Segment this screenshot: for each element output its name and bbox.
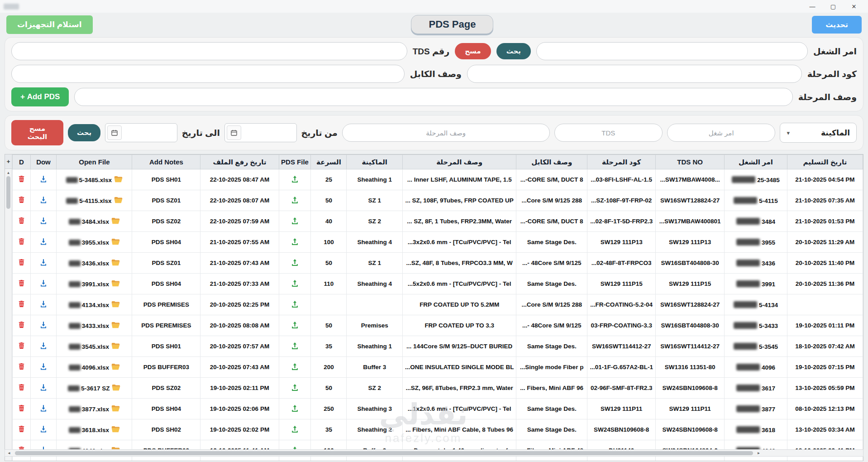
tds-no-cell: SW16SBT404808-30 bbox=[656, 253, 725, 274]
delete-button[interactable] bbox=[18, 237, 25, 245]
add-row-corner-button[interactable]: + bbox=[5, 154, 12, 169]
download-button[interactable] bbox=[39, 342, 48, 350]
delete-button[interactable] bbox=[18, 404, 25, 412]
open-file-cell[interactable]: 3545.xlsx bbox=[57, 336, 132, 357]
receive-equipment-button[interactable]: استلام التجهيزات bbox=[6, 15, 93, 34]
folder-icon[interactable] bbox=[112, 384, 120, 391]
filter-search-button[interactable]: بحث bbox=[68, 124, 100, 141]
upload-pds-file-button[interactable] bbox=[291, 321, 299, 329]
upload-pds-file-button[interactable] bbox=[291, 237, 299, 246]
upload-pds-file-button[interactable] bbox=[291, 342, 299, 350]
filter-stage-desc-input[interactable] bbox=[342, 124, 550, 142]
cable-desc-input[interactable] bbox=[11, 65, 405, 83]
upload-pds-file-button[interactable] bbox=[291, 362, 299, 371]
upload-pds-file-button[interactable] bbox=[291, 404, 299, 413]
download-button[interactable] bbox=[39, 196, 48, 204]
folder-icon[interactable] bbox=[114, 197, 123, 204]
horizontal-scroll-thumb[interactable] bbox=[15, 451, 753, 455]
machine-dropdown[interactable]: الماكينة ▾ bbox=[780, 123, 857, 143]
to-date-field[interactable] bbox=[105, 123, 177, 142]
calendar-icon[interactable] bbox=[227, 125, 241, 140]
from-date-field[interactable] bbox=[224, 123, 297, 142]
delete-button[interactable] bbox=[18, 362, 25, 371]
form-search-button[interactable]: بحث bbox=[496, 43, 531, 59]
open-file-cell[interactable]: 4096.xlsx bbox=[57, 357, 132, 378]
download-button[interactable] bbox=[39, 425, 48, 433]
open-file-cell[interactable]: 3436.xlsx bbox=[57, 253, 132, 274]
folder-icon[interactable] bbox=[111, 405, 120, 412]
maximize-button[interactable]: ▢ bbox=[823, 1, 844, 12]
open-file-cell[interactable]: 4134.xlsx bbox=[57, 294, 132, 315]
notes-cell: PDS SZ02 bbox=[132, 211, 200, 232]
delete-button[interactable] bbox=[18, 196, 25, 204]
open-file-cell[interactable]: 3877.xlsx bbox=[57, 399, 132, 419]
scroll-left-arrow-icon[interactable]: ◄ bbox=[5, 451, 13, 455]
tds-number-input[interactable] bbox=[11, 42, 407, 60]
upload-pds-file-button[interactable] bbox=[291, 258, 299, 267]
download-button[interactable] bbox=[39, 321, 48, 329]
scroll-up-arrow-icon[interactable]: ▲ bbox=[7, 169, 10, 176]
open-file-cell[interactable]: 3433.xlsx bbox=[57, 315, 132, 336]
open-file-cell[interactable]: 5-4115.xlsx bbox=[57, 190, 132, 211]
folder-icon[interactable] bbox=[111, 301, 120, 308]
folder-icon[interactable] bbox=[111, 280, 120, 287]
folder-icon[interactable] bbox=[111, 259, 120, 266]
open-file-cell[interactable]: 3955.xlsx bbox=[57, 232, 132, 253]
download-button[interactable] bbox=[39, 362, 48, 371]
delete-button[interactable] bbox=[18, 175, 25, 183]
delete-button[interactable] bbox=[18, 300, 25, 308]
open-file-cell[interactable]: 3618.xlsx bbox=[57, 419, 132, 440]
vertical-scroll-thumb[interactable] bbox=[6, 176, 10, 209]
scroll-right-arrow-icon[interactable]: ► bbox=[755, 451, 763, 455]
upload-pds-file-button[interactable] bbox=[291, 175, 299, 183]
open-file-cell[interactable]: 3484.xlsx bbox=[57, 211, 132, 232]
upload-pds-file-button[interactable] bbox=[291, 425, 299, 433]
upload-pds-file-button[interactable] bbox=[291, 300, 299, 308]
delete-button[interactable] bbox=[18, 217, 25, 225]
delete-button[interactable] bbox=[18, 425, 25, 433]
open-file-cell[interactable]: 5-3485.xlsx bbox=[57, 169, 132, 190]
folder-icon[interactable] bbox=[114, 176, 123, 183]
download-button[interactable] bbox=[39, 175, 48, 183]
folder-icon[interactable] bbox=[111, 322, 120, 329]
folder-icon[interactable] bbox=[111, 217, 120, 225]
horizontal-scrollbar[interactable]: ◄ ► bbox=[5, 449, 863, 457]
stage-code-input[interactable] bbox=[467, 65, 802, 83]
stage-desc-input[interactable] bbox=[74, 88, 792, 106]
folder-icon[interactable] bbox=[111, 342, 120, 350]
download-button[interactable] bbox=[39, 404, 48, 412]
open-file-cell[interactable]: 3991.xlsx bbox=[57, 274, 132, 294]
minimize-button[interactable]: — bbox=[802, 1, 823, 12]
delete-button[interactable] bbox=[18, 383, 25, 391]
filter-work-order-input[interactable] bbox=[667, 124, 775, 142]
download-button[interactable] bbox=[39, 237, 48, 245]
upload-pds-file-button[interactable] bbox=[291, 217, 299, 225]
delete-button[interactable] bbox=[18, 321, 25, 329]
folder-icon[interactable] bbox=[111, 363, 120, 371]
delete-button[interactable] bbox=[18, 342, 25, 350]
open-file-cell[interactable]: 5-3617 SZ bbox=[57, 378, 132, 399]
upload-pds-file-button[interactable] bbox=[291, 196, 299, 204]
calendar-icon[interactable] bbox=[107, 125, 122, 140]
delete-cell bbox=[13, 315, 31, 336]
add-pds-button[interactable]: Add PDS + bbox=[11, 87, 69, 106]
delete-button[interactable] bbox=[18, 279, 25, 287]
filter-tds-input[interactable] bbox=[554, 124, 663, 142]
refresh-button[interactable]: تحديث bbox=[812, 16, 862, 34]
upload-pds-file-button[interactable] bbox=[291, 383, 299, 392]
folder-icon[interactable] bbox=[111, 426, 120, 433]
upload-pds-file-button[interactable] bbox=[291, 279, 299, 288]
vertical-scrollbar[interactable]: + ▲ bbox=[5, 154, 12, 461]
download-cell bbox=[30, 357, 57, 378]
work-order-input[interactable] bbox=[536, 42, 808, 60]
download-button[interactable] bbox=[39, 217, 48, 225]
clear-search-button[interactable]: مسح البحث bbox=[11, 120, 63, 145]
close-button[interactable]: ✕ bbox=[844, 1, 864, 12]
download-button[interactable] bbox=[39, 258, 48, 266]
download-button[interactable] bbox=[39, 300, 48, 308]
folder-icon[interactable] bbox=[111, 238, 120, 245]
download-button[interactable] bbox=[39, 279, 48, 287]
form-clear-button[interactable]: مسح bbox=[455, 43, 491, 59]
download-button[interactable] bbox=[39, 383, 48, 391]
delete-button[interactable] bbox=[18, 258, 25, 266]
